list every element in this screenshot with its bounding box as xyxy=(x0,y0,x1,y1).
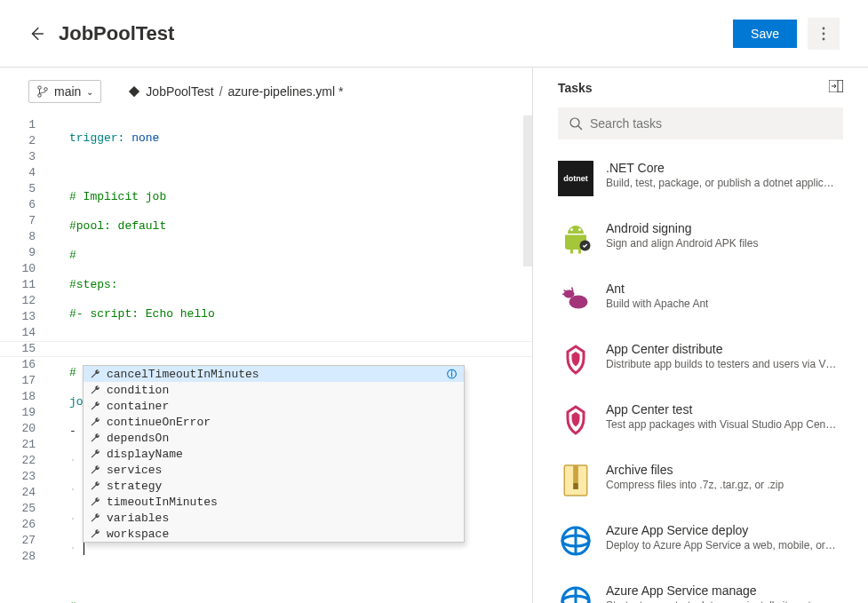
task-desc: Test app packages with Visual Studio App… xyxy=(606,418,837,431)
tasks-title: Tasks xyxy=(558,81,829,95)
svg-rect-16 xyxy=(573,483,578,489)
task-item[interactable]: App Center testTest app packages with Vi… xyxy=(558,390,843,450)
task-icon xyxy=(558,221,593,257)
svg-point-5 xyxy=(44,88,48,91)
task-icon xyxy=(558,463,593,498)
back-arrow-icon[interactable] xyxy=(28,26,44,42)
autocomplete-item[interactable]: continueOnError xyxy=(84,414,464,430)
autocomplete-item[interactable]: timeoutInMinutes xyxy=(84,494,464,510)
autocomplete-item[interactable]: cancelTimeoutInMinutesⓘ xyxy=(84,366,464,382)
branch-icon xyxy=(36,85,49,98)
task-icon xyxy=(558,523,593,559)
task-desc: Sign and align Android APK files xyxy=(606,237,758,250)
autocomplete-item[interactable]: dependsOn xyxy=(84,430,464,446)
svg-point-1 xyxy=(823,32,825,35)
more-menu-button[interactable] xyxy=(808,18,840,50)
task-name: Azure App Service deploy xyxy=(606,523,837,537)
autocomplete-label: timeoutInMinutes xyxy=(107,496,218,509)
task-name: Android signing xyxy=(606,221,758,235)
task-icon xyxy=(558,402,593,438)
code-editor[interactable]: 1234567891011121314151617181920212223242… xyxy=(0,115,532,603)
autocomplete-item[interactable]: condition xyxy=(84,382,464,398)
svg-point-8 xyxy=(570,118,579,127)
task-search-input[interactable] xyxy=(590,116,832,131)
task-name: Ant xyxy=(606,282,708,296)
task-search[interactable] xyxy=(558,107,843,139)
autocomplete-item[interactable]: container xyxy=(84,398,464,414)
svg-point-3 xyxy=(38,86,42,90)
autocomplete-label: variables xyxy=(107,512,169,525)
crumb-file[interactable]: azure-pipelines.yml * xyxy=(228,84,344,99)
wrench-icon xyxy=(89,496,101,508)
task-item[interactable]: Azure App Service deployDeploy to Azure … xyxy=(558,511,843,571)
autocomplete-item[interactable]: strategy xyxy=(84,478,464,494)
task-item[interactable]: Archive filesCompress files into .7z, .t… xyxy=(558,450,843,511)
task-list[interactable]: dotnet.NET CoreBuild, test, package, or … xyxy=(533,139,868,603)
autocomplete-label: services xyxy=(107,464,162,477)
task-desc: Compress files into .7z, .tar.gz, or .zi… xyxy=(606,479,784,491)
branch-selector[interactable]: main ⌄ xyxy=(28,80,101,103)
wrench-icon xyxy=(89,480,101,492)
autocomplete-item[interactable]: displayName xyxy=(84,446,464,462)
crumb-sep: / xyxy=(219,84,223,99)
task-desc: Build with Apache Ant xyxy=(606,298,708,310)
wrench-icon xyxy=(89,528,101,540)
task-name: App Center test xyxy=(606,402,837,417)
task-desc: Distribute app builds to testers and use… xyxy=(606,358,837,370)
autocomplete-label: dependsOn xyxy=(107,432,169,445)
autocomplete-label: strategy xyxy=(107,480,162,493)
task-desc: Build, test, package, or publish a dotne… xyxy=(606,177,837,189)
search-icon xyxy=(569,116,583,131)
tasks-pane: Tasks dotnet.NET CoreBuild, test, packag… xyxy=(533,67,868,603)
wrench-icon xyxy=(89,464,101,476)
svg-point-2 xyxy=(823,37,825,40)
autocomplete-item[interactable]: services xyxy=(84,462,464,478)
autocomplete-label: displayName xyxy=(107,448,183,461)
svg-point-4 xyxy=(38,94,42,98)
task-item[interactable]: Azure App Service manageStart, stop, res… xyxy=(558,571,843,603)
task-item[interactable]: Android signingSign and align Android AP… xyxy=(558,209,843,269)
autocomplete-popup: cancelTimeoutInMinutesⓘconditioncontaine… xyxy=(83,365,465,543)
autocomplete-label: cancelTimeoutInMinutes xyxy=(107,368,259,381)
editor-pane: main ⌄ JobPoolTest / azure-pipelines.yml… xyxy=(0,67,533,603)
repo-icon xyxy=(128,85,140,98)
editor-scrollbar[interactable] xyxy=(523,115,532,266)
autocomplete-item[interactable]: workspace xyxy=(84,526,464,542)
wrench-icon xyxy=(89,448,101,460)
task-icon: dotnet xyxy=(558,161,593,196)
task-item[interactable]: dotnet.NET CoreBuild, test, package, or … xyxy=(558,148,843,209)
crumb-project[interactable]: JobPoolTest xyxy=(146,84,213,99)
wrench-icon xyxy=(89,400,101,412)
task-name: Archive files xyxy=(606,463,784,477)
autocomplete-label: continueOnError xyxy=(107,416,211,429)
svg-point-0 xyxy=(823,27,825,29)
svg-rect-15 xyxy=(573,465,578,483)
autocomplete-item[interactable]: variables xyxy=(84,510,464,526)
task-icon xyxy=(558,282,593,317)
autocomplete-label: container xyxy=(107,400,169,413)
branch-name: main xyxy=(54,84,81,99)
wrench-icon xyxy=(89,416,101,428)
page-title: JobPoolTest xyxy=(59,22,733,45)
task-icon xyxy=(558,342,593,377)
wrench-icon xyxy=(89,384,101,396)
task-item[interactable]: App Center distributeDistribute app buil… xyxy=(558,329,843,390)
task-desc: Start, stop, restart, slot swap, install… xyxy=(606,599,837,603)
page-header: JobPoolTest Save xyxy=(0,0,868,67)
task-name: App Center distribute xyxy=(606,342,837,356)
task-name: .NET Core xyxy=(606,161,837,175)
save-button[interactable]: Save xyxy=(733,20,797,48)
svg-rect-7 xyxy=(838,80,843,92)
line-gutter: 1234567891011121314151617181920212223242… xyxy=(0,115,55,603)
autocomplete-label: condition xyxy=(107,384,169,397)
svg-point-9 xyxy=(570,228,573,231)
chevron-down-icon: ⌄ xyxy=(86,87,93,97)
breadcrumb: main ⌄ JobPoolTest / azure-pipelines.yml… xyxy=(0,67,532,115)
task-item[interactable]: AntBuild with Apache Ant xyxy=(558,269,843,329)
info-icon[interactable]: ⓘ xyxy=(444,367,458,381)
collapse-panel-icon[interactable] xyxy=(829,80,843,95)
task-name: Azure App Service manage xyxy=(606,583,837,598)
wrench-icon xyxy=(89,368,101,380)
autocomplete-label: workspace xyxy=(107,528,169,541)
wrench-icon xyxy=(89,512,101,524)
